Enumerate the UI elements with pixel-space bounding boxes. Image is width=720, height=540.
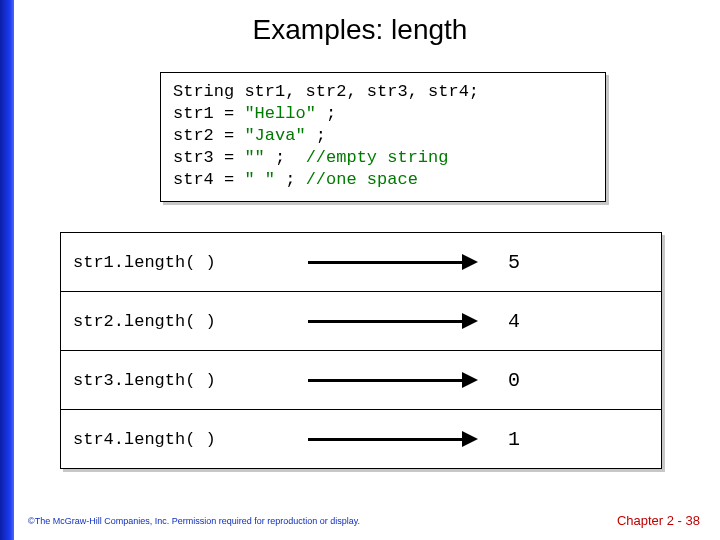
page-number: Chapter 2 - 38 [617, 513, 700, 528]
code-line-3b: "Java" [244, 126, 315, 145]
arrow-icon [308, 254, 478, 270]
arrow-icon [308, 313, 478, 329]
code-line-2c: ; [326, 104, 336, 123]
results-table: str1.length( ) 5 str2.length( ) 4 str3.l… [60, 232, 662, 469]
code-line-1: String str1, str2, str3, str4; [173, 82, 479, 101]
expr-cell: str3.length( ) [61, 371, 308, 390]
table-row: str4.length( ) 1 [61, 410, 661, 468]
code-line-4c: ; [275, 148, 306, 167]
table-row: str3.length( ) 0 [61, 351, 661, 410]
value-cell: 5 [478, 251, 661, 274]
slide-title: Examples: length [0, 14, 720, 46]
value-cell: 1 [478, 428, 661, 451]
code-block: String str1, str2, str3, str4; str1 = "H… [160, 72, 606, 202]
code-line-4d: //empty string [306, 148, 449, 167]
code-line-3a: str2 = [173, 126, 244, 145]
arrow-icon [308, 372, 478, 388]
code-line-5b: " " [244, 170, 285, 189]
value-cell: 0 [478, 369, 661, 392]
expr-cell: str1.length( ) [61, 253, 308, 272]
code-line-5a: str4 = [173, 170, 244, 189]
code-line-4b: "" [244, 148, 275, 167]
expr-cell: str4.length( ) [61, 430, 308, 449]
value-cell: 4 [478, 310, 661, 333]
code-line-5c: ; [285, 170, 305, 189]
code-line-5d: //one space [306, 170, 418, 189]
code-line-4a: str3 = [173, 148, 244, 167]
expr-cell: str2.length( ) [61, 312, 308, 331]
arrow-icon [308, 431, 478, 447]
accent-bar [0, 0, 14, 540]
table-row: str1.length( ) 5 [61, 233, 661, 292]
code-line-2b: "Hello" [244, 104, 326, 123]
table-row: str2.length( ) 4 [61, 292, 661, 351]
code-line-3c: ; [316, 126, 326, 145]
copyright-text: ©The McGraw-Hill Companies, Inc. Permiss… [28, 516, 360, 526]
code-line-2a: str1 = [173, 104, 244, 123]
